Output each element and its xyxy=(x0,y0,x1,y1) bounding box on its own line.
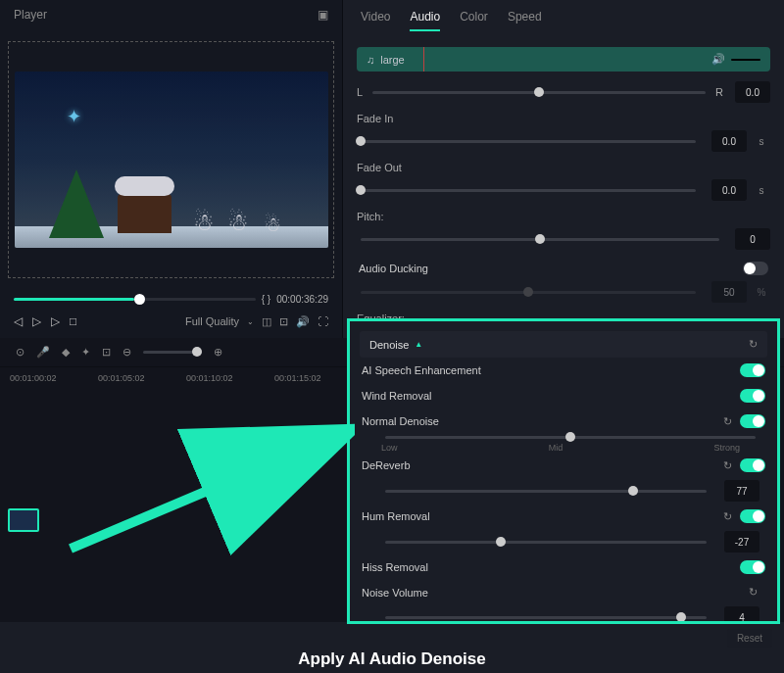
timecode: 00:00:36:29 xyxy=(276,294,328,305)
hum-removal-label: Hum Removal xyxy=(362,510,723,522)
tl-split-icon[interactable]: ⊡ xyxy=(102,346,111,359)
timeline-clip[interactable] xyxy=(8,508,39,532)
tl-rec-icon[interactable]: ⊙ xyxy=(16,346,24,359)
quality-select[interactable]: Full Quality xyxy=(185,315,239,327)
tab-audio[interactable]: Audio xyxy=(410,10,440,31)
hum-removal-slider[interactable] xyxy=(385,541,707,544)
normal-denoise-toggle[interactable] xyxy=(740,414,765,428)
dereverb-label: DeReverb xyxy=(362,459,723,471)
wind-removal-label: Wind Removal xyxy=(362,390,740,402)
mute-icon[interactable]: 🔊 xyxy=(296,315,310,328)
hiss-removal-label: Hiss Removal xyxy=(362,561,740,573)
tl-marker-icon[interactable]: ◆ xyxy=(62,346,70,359)
pitch-label: Pitch: xyxy=(357,211,770,222)
fadein-slider[interactable] xyxy=(361,140,696,143)
track-name: large xyxy=(380,54,404,66)
video-preview[interactable]: ✦ ☃ ☃ ☃ xyxy=(4,33,338,286)
fadeout-label: Fade Out xyxy=(357,162,770,173)
noise-volume-value[interactable]: 4 xyxy=(724,606,760,624)
noise-volume-reset-icon[interactable]: ↻ xyxy=(749,586,758,599)
tl-mic-icon[interactable]: 🎤 xyxy=(36,346,50,359)
caption-text: Apply AI Audio Denoise xyxy=(0,649,784,669)
dereverb-value[interactable]: 77 xyxy=(724,480,760,502)
fadeout-slider[interactable] xyxy=(361,189,696,192)
normal-denoise-reset-icon[interactable]: ↻ xyxy=(723,415,732,428)
dereverb-reset-icon[interactable]: ↻ xyxy=(723,459,732,472)
player-scrubber[interactable] xyxy=(14,298,256,301)
balance-value[interactable]: 0.0 xyxy=(735,81,770,103)
hum-removal-reset-icon[interactable]: ↻ xyxy=(723,510,732,523)
next-icon[interactable]: ▷ xyxy=(51,314,60,328)
balance-slider[interactable] xyxy=(372,91,706,94)
ducking-toggle[interactable] xyxy=(743,262,768,275)
tab-speed[interactable]: Speed xyxy=(508,10,542,31)
tab-video[interactable]: Video xyxy=(361,10,390,31)
player-panel: Player ▣ ✦ ☃ ☃ ☃ { } 00:00:36:29 xyxy=(0,0,343,338)
stop-icon[interactable]: □ xyxy=(70,314,76,328)
ai-speech-toggle[interactable] xyxy=(740,363,765,377)
fadein-value[interactable]: 0.0 xyxy=(711,130,747,152)
balance-l-label: L xyxy=(357,86,363,98)
normal-denoise-slider[interactable] xyxy=(385,436,756,439)
wind-removal-toggle[interactable] xyxy=(740,389,765,403)
snapshot-icon[interactable]: ▣ xyxy=(318,8,328,22)
speaker-icon[interactable]: 🔊 xyxy=(711,53,725,66)
noise-volume-slider[interactable] xyxy=(385,616,707,619)
ai-speech-label: AI Speech Enhancement xyxy=(362,364,740,376)
denoise-reset-icon[interactable]: ↻ xyxy=(749,338,758,351)
ducking-label: Audio Ducking xyxy=(359,263,743,274)
hum-removal-value[interactable]: -27 xyxy=(724,531,760,553)
capture-icon[interactable]: ⊡ xyxy=(279,315,288,328)
tl-zoom-slider[interactable] xyxy=(143,351,202,354)
compare-icon[interactable]: ◫ xyxy=(262,315,271,328)
fullscreen-icon[interactable]: ⛶ xyxy=(318,315,328,327)
fadein-label: Fade In xyxy=(357,113,770,124)
pitch-slider[interactable] xyxy=(361,238,719,241)
tl-zoomout-icon[interactable]: ⊖ xyxy=(122,346,131,359)
tl-zoomin-icon[interactable]: ⊕ xyxy=(214,346,222,359)
hum-removal-toggle[interactable] xyxy=(740,509,765,523)
tl-fx-icon[interactable]: ✦ xyxy=(81,346,90,359)
dereverb-slider[interactable] xyxy=(385,490,707,493)
normal-denoise-label: Normal Denoise xyxy=(362,415,723,427)
audio-track-chip[interactable]: ♫ large 🔊 xyxy=(357,47,770,72)
denoise-section: Denoise▲ ↻ AI Speech Enhancement Wind Re… xyxy=(347,318,780,624)
noise-volume-label: Noise Volume xyxy=(362,587,749,599)
tab-color[interactable]: Color xyxy=(460,10,488,31)
fadeout-value[interactable]: 0.0 xyxy=(711,179,747,201)
ducking-slider[interactable] xyxy=(361,291,696,294)
music-icon: ♫ xyxy=(367,54,374,66)
properties-panel: Video Audio Color Speed ♫ large 🔊 L R 0.… xyxy=(343,0,784,338)
reset-button[interactable]: Reset xyxy=(727,629,772,648)
pitch-value[interactable]: 0 xyxy=(735,228,770,250)
play-icon[interactable]: ▷ xyxy=(32,314,41,328)
dereverb-toggle[interactable] xyxy=(740,458,765,472)
denoise-header[interactable]: Denoise▲ ↻ xyxy=(360,331,767,358)
balance-r-label: R xyxy=(715,86,723,98)
player-title: Player xyxy=(14,8,47,22)
hiss-removal-toggle[interactable] xyxy=(740,560,765,574)
ducking-value: 50 xyxy=(711,281,747,303)
prev-icon[interactable]: ◁ xyxy=(14,314,23,328)
